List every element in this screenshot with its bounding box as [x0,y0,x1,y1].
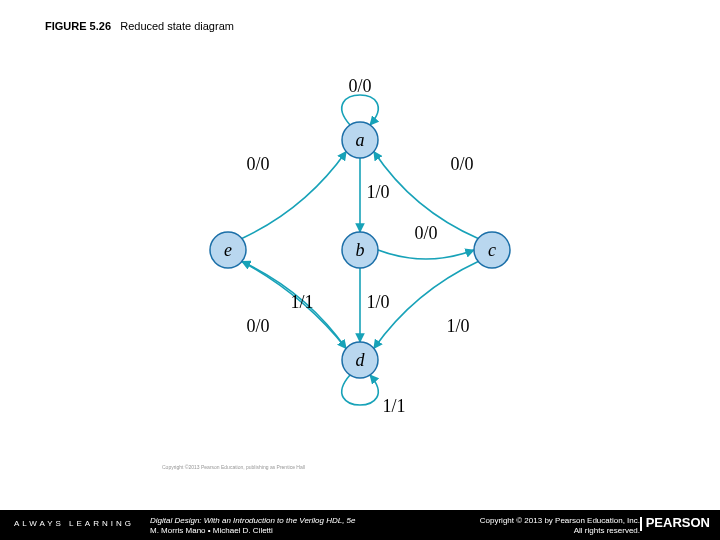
state-label-a: a [356,130,365,150]
transition-label: 1/1 [290,292,313,312]
state-label-b: b [356,240,365,260]
figure-caption: FIGURE 5.26 Reduced state diagram [45,20,234,32]
pearson-logo-text: PEARSON [646,515,710,530]
transition-label: 0/0 [246,154,269,174]
slide: { "caption": { "figure_number": "FIGURE … [0,0,720,540]
state-diagram-svg: 0/01/00/01/00/01/00/01/10/01/1abcde [162,50,558,450]
rights-line: All rights reserved. [574,526,640,535]
always-learning-tag: ALWAYS LEARNING [14,519,134,528]
transition-label: 0/0 [246,316,269,336]
state-label-d: d [356,350,366,370]
transition-label: 1/0 [366,292,389,312]
transition-b-c [378,250,474,259]
transition-label: 0/0 [414,223,437,243]
transition-label: 1/1 [382,396,405,416]
transition-label: 0/0 [348,76,371,96]
diagram-micro-copyright: Copyright ©2013 Pearson Education, publi… [162,464,305,470]
state-diagram: 0/01/00/01/00/01/00/01/10/01/1abcde Copy… [162,50,558,470]
transition-label: 1/0 [366,182,389,202]
copyright-line: Copyright © 2013 by Pearson Education, I… [480,516,640,525]
figure-title: Reduced state diagram [120,20,234,32]
figure-number: FIGURE 5.26 [45,20,111,32]
pearson-logo-bar [640,517,642,531]
book-title: Digital Design: With an Introduction to … [150,516,356,525]
pearson-logo: PEARSON [640,515,710,531]
transition-label: 1/0 [446,316,469,336]
footer-bar: ALWAYS LEARNING Digital Design: With an … [0,510,720,540]
transition-label: 0/0 [450,154,473,174]
transition-a-a [342,95,378,125]
state-label-c: c [488,240,496,260]
state-label-e: e [224,240,232,260]
transition-d-d [342,375,378,405]
book-authors: M. Morris Mano • Michael D. Ciletti [150,526,273,535]
